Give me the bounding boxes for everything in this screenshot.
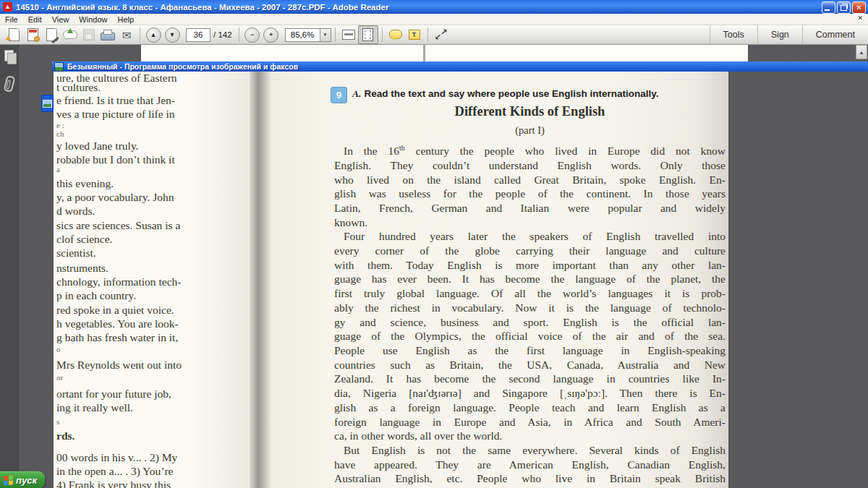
close-icon: ✕	[853, 2, 865, 13]
picture-thumbnail-icon	[43, 100, 52, 108]
book-spine	[250, 72, 271, 488]
sign-panel-button[interactable]: Sign	[757, 25, 802, 44]
toolbar-right-panel: ToolsSignComment	[710, 25, 868, 44]
zoom-level-value: 85,6%	[286, 30, 320, 39]
minimize-button[interactable]	[822, 1, 835, 14]
toolbar: ✉ ▲ ▼ 36 / 142 − + 85,6% ▼ T ↗↙ ToolsSig…	[0, 25, 868, 45]
desktop-screen: ▲ 14510 - Английский язык. 8 класс - Афа…	[0, 0, 868, 488]
exercise-number-badge: 9	[331, 87, 347, 103]
book-text-line: who lived on the island called Great Bri…	[334, 173, 726, 187]
menu-item-edit[interactable]: Edit	[23, 15, 47, 24]
page-number-input[interactable]: 36	[186, 28, 210, 42]
zoom-out-icon: −	[244, 27, 260, 43]
book-text-line: red spoke in a quiet voice.	[56, 304, 174, 317]
book-text-line: y, a poor vocabulary. John	[56, 191, 174, 204]
viewer-client-area: ure, the cultures of Easternt cultures.e…	[52, 72, 868, 488]
adobe-reader-icon: ▲	[3, 2, 12, 12]
scanned-book-spread: ure, the cultures of Easternt cultures.e…	[52, 72, 868, 488]
menu-item-window[interactable]: Window	[74, 15, 112, 24]
book-text-line: Four hundred years later the speakers of…	[334, 229, 726, 244]
book-text-line: ortant for your future job,	[56, 388, 171, 401]
convert-pdf-button[interactable]	[23, 26, 42, 43]
book-text-line: or	[56, 373, 63, 382]
book-text-line: known.	[334, 215, 726, 230]
book-text-line: s	[56, 417, 59, 426]
fit-page-button[interactable]	[358, 25, 378, 44]
book-left-page: ure, the cultures of Easternt cultures.e…	[54, 72, 250, 488]
picture-fax-viewer-window: Безымянный - Программа просмотра изображ…	[52, 61, 868, 488]
adobe-reader-titlebar[interactable]: ▲ 14510 - Английский язык. 8 класс - Афа…	[0, 0, 868, 14]
zoom-in-button[interactable]: +	[262, 26, 281, 43]
document-close-icon[interactable]: ✕	[857, 14, 863, 22]
menu-item-help[interactable]: Help	[112, 15, 139, 24]
book-text-line: a	[56, 165, 60, 174]
restore-button[interactable]	[837, 1, 851, 14]
save-icon	[83, 29, 95, 40]
comment-panel-button[interactable]: Comment	[802, 25, 868, 44]
book-text-line: guage of the Olympics, the official voic…	[334, 329, 726, 343]
print-button[interactable]	[98, 26, 117, 43]
share-cloud-button[interactable]	[61, 26, 80, 43]
menu-item-file[interactable]: File	[0, 15, 23, 24]
book-text-line: guage has ever been. It has become the l…	[334, 272, 726, 286]
page-thumbnails-icon[interactable]	[4, 50, 14, 61]
book-text-line: nstruments.	[56, 262, 109, 275]
zoom-out-button[interactable]: −	[243, 26, 262, 43]
next-page-icon: ▼	[165, 27, 180, 43]
close-button[interactable]: ✕	[852, 1, 866, 14]
sticky-note-button[interactable]	[386, 26, 405, 43]
sign-document-icon	[46, 28, 57, 41]
book-text-line: ing it really well.	[56, 401, 133, 414]
scroll-mode-icon	[342, 30, 355, 40]
viewer-titlebar[interactable]: Безымянный - Программа просмотра изображ…	[52, 61, 868, 72]
previous-page-button[interactable]: ▲	[144, 26, 163, 43]
book-right-page: 9 A.Read the text and say where people u…	[271, 72, 728, 488]
attachments-icon[interactable]	[4, 75, 16, 93]
navigation-pane	[0, 44, 19, 488]
book-text-line: foreign language in Europe and Asia, in …	[334, 415, 726, 429]
book-text-line: gy and science, business and sport. Engl…	[334, 315, 726, 330]
book-text-line: clof science.	[56, 233, 112, 246]
tools-panel-button[interactable]: Tools	[710, 25, 757, 44]
sign-document-button[interactable]	[42, 26, 61, 43]
book-text-line: In the 16th century the people who lived…	[334, 141, 726, 158]
scrollbar-up-icon[interactable]: ▲	[856, 45, 867, 59]
viewer-title: Безымянный - Программа просмотра изображ…	[67, 62, 298, 71]
picture-fax-viewer-icon	[54, 62, 64, 72]
book-text-line: 00 words in his v... . 2) My	[56, 451, 177, 464]
book-text-line: Australian English, etc. People who live…	[334, 471, 726, 486]
scroll-mode-button[interactable]	[339, 26, 358, 43]
book-text-line: t cultures.	[56, 81, 101, 94]
text-annotation-icon: T	[409, 30, 420, 40]
zoom-dropdown-arrow-icon[interactable]: ▼	[320, 29, 331, 41]
book-text-line: p in each country.	[56, 289, 136, 302]
book-text-line: Latin, French, German and Italian were p…	[334, 201, 726, 215]
text-subtitle: (part I)	[334, 124, 726, 137]
book-text-line: h vegetables. You are look-	[56, 317, 179, 330]
book-text-line: every corner of the globe carrying their…	[334, 244, 726, 258]
open-file-button[interactable]	[4, 26, 23, 43]
text-annotation-button[interactable]: T	[405, 26, 424, 43]
book-text-line: ably the richest in vocabulary. Now it i…	[334, 301, 726, 315]
book-text-line: glish as a foreign language. People teac…	[334, 401, 726, 415]
save-button[interactable]	[80, 26, 98, 43]
fullscreen-button[interactable]: ↗↙	[432, 26, 451, 43]
book-text-line: scientist.	[56, 247, 96, 260]
share-cloud-icon	[63, 30, 77, 39]
book-text-line: with them. Today English is more importa…	[334, 258, 726, 273]
book-text-line: countries such as Britain, the USA, Cana…	[334, 358, 726, 372]
minimize-icon	[825, 9, 830, 11]
next-page-button[interactable]: ▼	[163, 26, 182, 43]
start-button[interactable]: пуск	[0, 471, 45, 488]
menu-item-view[interactable]: View	[47, 15, 75, 24]
book-text-line: this evening.	[56, 177, 114, 190]
email-button[interactable]: ✉	[117, 26, 136, 43]
instruction-text: Read the text and say where people use E…	[364, 88, 658, 99]
book-text-line: But English is not the same everywhere. …	[334, 443, 726, 458]
exercise-instruction: A.Read the text and say where people use…	[352, 88, 728, 100]
open-file-icon	[9, 28, 20, 41]
right-page-body: In the 16th century the people who lived…	[334, 141, 726, 488]
zoom-level-select[interactable]: 85,6% ▼	[285, 28, 331, 42]
picture-viewer-window-icon[interactable]	[41, 95, 54, 112]
book-text-line: have appeared. They are American English…	[334, 458, 726, 472]
